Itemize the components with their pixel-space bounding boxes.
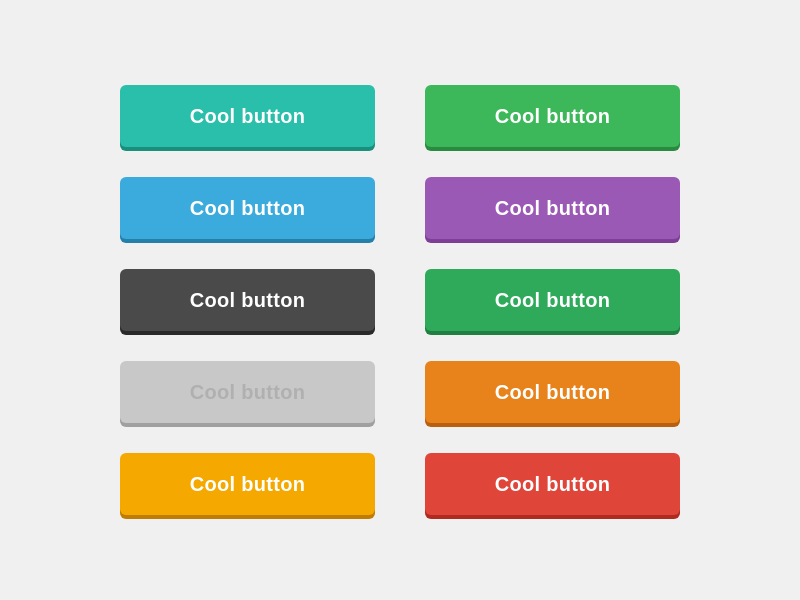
orange-button[interactable]: Cool button xyxy=(425,361,680,423)
dark-button[interactable]: Cool button xyxy=(120,269,375,331)
button-grid: Cool buttonCool buttonCool buttonCool bu… xyxy=(60,55,740,545)
red-button[interactable]: Cool button xyxy=(425,453,680,515)
gray-button[interactable]: Cool button xyxy=(120,361,375,423)
yellow-button[interactable]: Cool button xyxy=(120,453,375,515)
darkgreen-button[interactable]: Cool button xyxy=(425,269,680,331)
green-button[interactable]: Cool button xyxy=(425,85,680,147)
blue-button[interactable]: Cool button xyxy=(120,177,375,239)
purple-button[interactable]: Cool button xyxy=(425,177,680,239)
teal-button[interactable]: Cool button xyxy=(120,85,375,147)
